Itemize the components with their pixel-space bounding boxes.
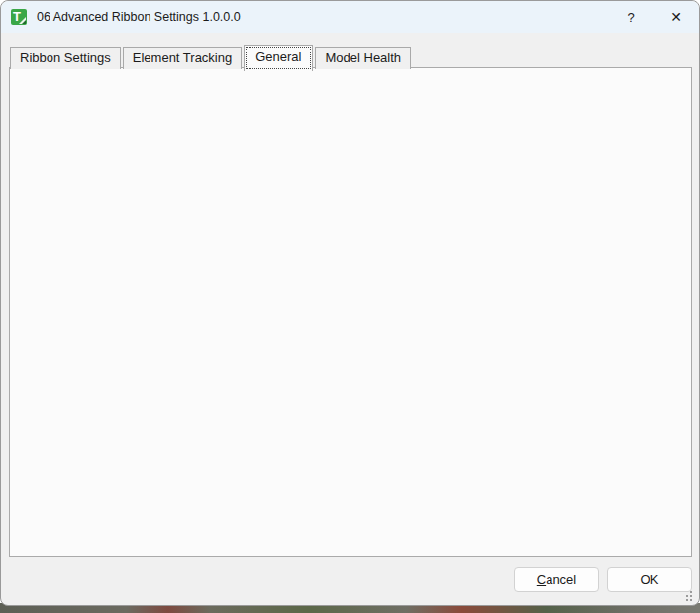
tab-ribbon-settings[interactable]: Ribbon Settings [10, 47, 121, 69]
title-bar[interactable]: T 06 Advanced Ribbon Settings 1.0.0.0 ? … [1, 1, 699, 33]
tab-general[interactable]: General [244, 45, 313, 71]
tab-element-tracking[interactable]: Element Tracking [123, 47, 242, 69]
close-icon[interactable]: ✕ [653, 1, 699, 33]
advanced-ribbon-settings-dialog: T 06 Advanced Ribbon Settings 1.0.0.0 ? … [0, 0, 700, 606]
resize-grip[interactable] [682, 599, 684, 601]
help-button[interactable]: ? [608, 1, 653, 33]
cancel-button[interactable]: Cancel [514, 567, 599, 592]
tab-model-health[interactable]: Model Health [315, 47, 411, 69]
app-logo-icon: T [11, 9, 27, 25]
window-title: 06 Advanced Ribbon Settings 1.0.0.0 [37, 10, 241, 24]
general-tab-page [9, 67, 692, 557]
tab-strip: Ribbon Settings Element Tracking General… [10, 45, 411, 69]
ok-button[interactable]: OK [607, 567, 692, 592]
